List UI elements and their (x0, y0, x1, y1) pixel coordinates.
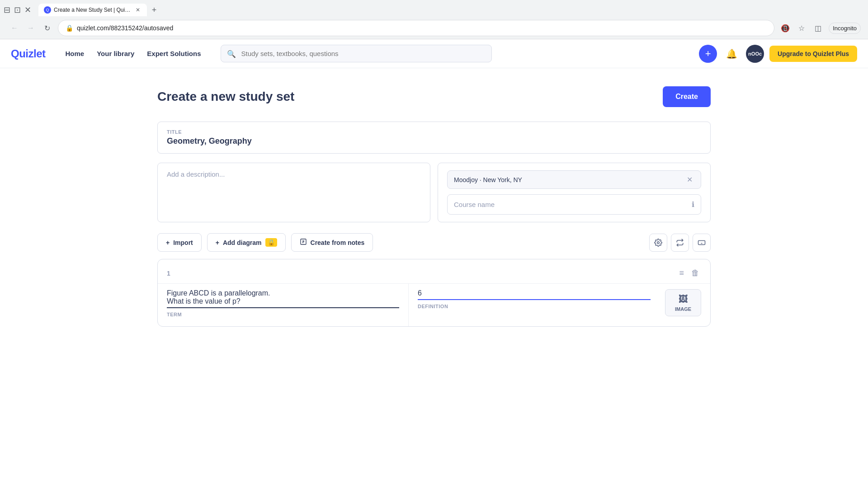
title-label: Title (167, 129, 701, 135)
back-button[interactable]: ← (7, 21, 22, 35)
browser-chrome: ⊟ ⊡ ✕ Q Create a New Study Set | Quizle.… (0, 0, 868, 39)
add-diagram-plus-icon: + (216, 239, 219, 246)
tab-bar: Q Create a New Study Set | Quizle... ✕ + (35, 4, 164, 16)
create-set-button[interactable]: Create (663, 86, 711, 107)
import-label: Import (173, 239, 193, 246)
global-create-button[interactable]: + (699, 45, 717, 63)
extension-button[interactable]: ◫ (811, 21, 825, 35)
import-button[interactable]: + Import (157, 233, 202, 252)
title-section: Title Geometry, Geography (157, 122, 711, 154)
avatar-text: nOOc (748, 51, 762, 56)
image-button[interactable]: 🖼 IMAGE (665, 289, 701, 316)
info-icon: ℹ (692, 200, 694, 209)
browser-controls: ⊟ ⊡ ✕ (4, 5, 31, 15)
nav-your-library[interactable]: Your library (91, 46, 140, 61)
notification-button[interactable]: 🔔 (722, 45, 741, 63)
card-image-area: 🖼 IMAGE (660, 283, 710, 326)
course-name-field[interactable]: Course name ℹ (447, 194, 701, 215)
course-name-placeholder: Course name (454, 201, 495, 208)
card-definition-field[interactable]: 6 DEFINITION (409, 283, 660, 326)
browser-title-bar: ⊟ ⊡ ✕ Q Create a New Study Set | Quizle.… (0, 0, 868, 17)
card-term-value: Figure ABCD is a parallelogram. What is … (167, 289, 399, 308)
settings-icon (654, 239, 662, 247)
swap-icon (676, 239, 684, 247)
cast-icon-button[interactable]: 📵 (778, 21, 793, 35)
search-input[interactable] (221, 45, 492, 62)
image-label: IMAGE (675, 306, 691, 312)
new-tab-button[interactable]: + (148, 4, 160, 16)
forward-button[interactable]: → (24, 21, 38, 35)
user-avatar[interactable]: nOOc (746, 45, 764, 63)
card-definition-value: 6 (418, 289, 651, 300)
quizlet-logo[interactable]: Quizlet (11, 47, 46, 60)
upgrade-button[interactable]: Upgrade to Quizlet Plus (769, 46, 857, 62)
svg-rect-5 (698, 240, 705, 244)
tab-favicon: Q (44, 6, 51, 14)
browser-nav-buttons: ← → ↻ (7, 21, 54, 35)
app-header: Quizlet Home Your library Expert Solutio… (0, 39, 868, 68)
page-title: Create a new study set (157, 89, 294, 104)
main-content: Create a new study set Create Title Geom… (136, 68, 732, 352)
card-number-1: 1 (167, 270, 170, 277)
keyboard-icon-button[interactable] (693, 234, 711, 252)
svg-point-4 (657, 241, 660, 244)
browser-toolbar-icons: 📵 ☆ ◫ Incognito (778, 21, 861, 35)
settings-icon-button[interactable] (649, 234, 667, 252)
swap-icon-button[interactable] (671, 234, 689, 252)
description-placeholder: Add a description... (167, 170, 225, 178)
search-icon: 🔍 (227, 49, 236, 58)
header-search: 🔍 (221, 45, 492, 62)
card-toolbar: + Import + Add diagram 🔒 Create from not… (157, 233, 711, 252)
title-value[interactable]: Geometry, Geography (167, 136, 701, 146)
toolbar-right (649, 234, 711, 252)
nav-expert-solutions[interactable]: Expert Solutions (142, 46, 206, 61)
create-from-notes-button[interactable]: Create from notes (291, 233, 373, 252)
definition-label: DEFINITION (418, 304, 651, 309)
nav-home[interactable]: Home (60, 46, 90, 61)
meta-row: Add a description... Moodjoy · New York,… (157, 163, 711, 222)
lock-icon: 🔒 (66, 24, 73, 32)
class-tag-remove-button[interactable]: ✕ (685, 175, 694, 184)
card-header-1: 1 ≡ 🗑 (158, 259, 710, 283)
add-diagram-button[interactable]: + Add diagram 🔒 (207, 233, 286, 252)
term-label: TERM (167, 312, 399, 317)
toolbar-left: + Import + Add diagram 🔒 Create from not… (157, 233, 373, 252)
browser-address-bar: ← → ↻ 🔒 quizlet.com/882315242/autosaved … (0, 17, 868, 39)
header-actions: + 🔔 nOOc Upgrade to Quizlet Plus (699, 45, 857, 63)
active-tab[interactable]: Q Create a New Study Set | Quizle... ✕ (38, 4, 147, 16)
import-plus-icon: + (166, 239, 170, 246)
create-from-notes-label: Create from notes (311, 239, 365, 246)
tab-title: Create a New Study Set | Quizle... (54, 7, 132, 13)
description-box[interactable]: Add a description... (157, 163, 430, 222)
card-delete-button[interactable]: 🗑 (689, 267, 701, 280)
card-actions-1: ≡ 🗑 (677, 267, 701, 280)
class-tag-text: Moodjoy · New York, NY (454, 176, 522, 183)
lock-badge: 🔒 (265, 238, 277, 247)
keyboard-icon (698, 239, 706, 247)
profile-button[interactable]: Incognito (829, 23, 861, 34)
address-bar[interactable]: 🔒 quizlet.com/882315242/autosaved (58, 20, 774, 36)
notes-icon (300, 238, 307, 247)
add-diagram-label: Add diagram (223, 239, 262, 246)
image-icon: 🖼 (679, 294, 688, 305)
tab-close-button[interactable]: ✕ (134, 6, 142, 14)
main-nav: Home Your library Expert Solutions (60, 46, 207, 61)
page-header: Create a new study set Create (157, 86, 711, 107)
url-text: quizlet.com/882315242/autosaved (77, 24, 767, 32)
card-fields-1: Figure ABCD is a parallelogram. What is … (158, 283, 710, 326)
flashcard-1: 1 ≡ 🗑 Figure ABCD is a parallelogram. Wh… (157, 259, 711, 327)
card-drag-handle[interactable]: ≡ (677, 267, 686, 280)
card-term-field[interactable]: Figure ABCD is a parallelogram. What is … (158, 283, 409, 326)
class-tag: Moodjoy · New York, NY ✕ (447, 170, 701, 189)
bookmark-button[interactable]: ☆ (794, 21, 809, 35)
class-box: Moodjoy · New York, NY ✕ Course name ℹ (438, 163, 711, 222)
reload-button[interactable]: ↻ (40, 21, 54, 35)
